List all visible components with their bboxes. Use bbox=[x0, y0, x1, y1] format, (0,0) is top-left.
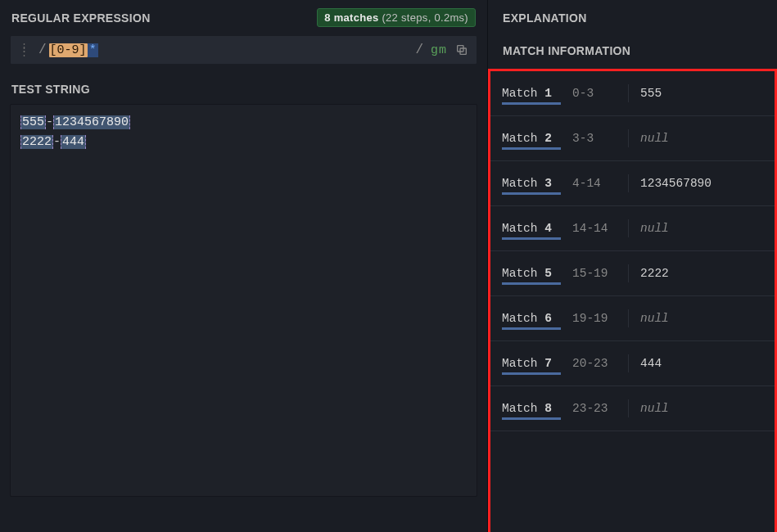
match-label: Match 6 bbox=[502, 312, 561, 325]
test-string-label: TEST STRING bbox=[11, 83, 90, 96]
right-panel: EXPLANATION MATCH INFORMATION Match 10-3… bbox=[487, 0, 777, 532]
regex-flags[interactable]: gm bbox=[431, 43, 447, 57]
match-row[interactable]: Match 23-3null bbox=[490, 116, 775, 161]
match-separator bbox=[628, 399, 629, 417]
match-range: 19-19 bbox=[572, 312, 617, 325]
match-value: null bbox=[640, 312, 669, 325]
match-range: 4-14 bbox=[572, 177, 617, 190]
match-separator bbox=[628, 219, 629, 237]
match-separator bbox=[628, 174, 629, 192]
regex-header-label: REGULAR EXPRESSION bbox=[11, 11, 151, 25]
match-range: 0-3 bbox=[572, 87, 617, 100]
match-value: 1234567890 bbox=[640, 177, 711, 190]
regex-close-delim: / bbox=[415, 43, 423, 57]
match-separator bbox=[628, 309, 629, 327]
match-range: 23-23 bbox=[572, 402, 617, 415]
regex-input-box[interactable]: ⋮⋮ / [0-9]* / gm bbox=[10, 35, 477, 65]
match-count-strong: 8 matches bbox=[324, 11, 378, 24]
match-separator bbox=[628, 264, 629, 282]
match-label: Match 8 bbox=[502, 402, 561, 415]
match-row[interactable]: Match 619-19null bbox=[490, 296, 775, 341]
test-line-2: 2222-444 bbox=[20, 133, 467, 152]
match-row[interactable]: Match 720-23444 bbox=[490, 341, 775, 386]
match-row[interactable]: Match 10-3555 bbox=[490, 71, 775, 116]
match-label: Match 7 bbox=[502, 357, 561, 370]
match-range: 14-14 bbox=[572, 222, 617, 235]
test-line-1: 555-1234567890 bbox=[20, 113, 467, 133]
match-label: Match 5 bbox=[502, 267, 561, 280]
match-highlight: 1234567890 bbox=[53, 115, 130, 129]
match-value: 555 bbox=[640, 87, 662, 100]
match-info-header: MATCH INFORMATION bbox=[488, 33, 777, 65]
explanation-header: EXPLANATION bbox=[488, 0, 777, 33]
match-label: Match 2 bbox=[502, 132, 561, 145]
match-value: null bbox=[640, 402, 669, 415]
match-highlight: 444 bbox=[61, 135, 86, 149]
match-range: 3-3 bbox=[572, 132, 617, 145]
regex-pattern[interactable]: [0-9]* bbox=[49, 43, 413, 57]
match-range: 20-23 bbox=[572, 357, 617, 370]
match-value: 444 bbox=[640, 357, 662, 370]
copy-icon[interactable] bbox=[455, 43, 468, 56]
match-count-detail: (22 steps, 0.2ms) bbox=[379, 11, 468, 24]
match-value: null bbox=[640, 132, 669, 145]
match-row[interactable]: Match 414-14null bbox=[490, 206, 775, 251]
match-label: Match 3 bbox=[502, 177, 561, 190]
regex-section-header: REGULAR EXPRESSION 8 matches (22 steps, … bbox=[0, 0, 487, 35]
regex-char-class: [0-9] bbox=[49, 43, 88, 57]
match-separator bbox=[628, 84, 629, 102]
match-range: 15-19 bbox=[572, 267, 617, 280]
match-highlight: 2222 bbox=[20, 135, 53, 149]
regex-quantifier: * bbox=[88, 43, 98, 57]
match-separator bbox=[628, 354, 629, 372]
match-label: Match 4 bbox=[502, 222, 561, 235]
match-separator bbox=[628, 129, 629, 147]
match-value: 2222 bbox=[640, 267, 669, 280]
test-text: - bbox=[46, 115, 53, 129]
match-value: null bbox=[640, 222, 669, 235]
left-panel: REGULAR EXPRESSION 8 matches (22 steps, … bbox=[0, 0, 487, 532]
drag-handle-icon[interactable]: ⋮⋮ bbox=[19, 47, 29, 53]
match-row[interactable]: Match 515-192222 bbox=[490, 251, 775, 296]
match-row[interactable]: Match 34-141234567890 bbox=[490, 161, 775, 206]
match-highlight: 555 bbox=[20, 115, 46, 129]
match-info-list: Match 10-3555Match 23-3nullMatch 34-1412… bbox=[488, 69, 777, 532]
test-text: - bbox=[53, 135, 61, 149]
test-string-header: TEST STRING bbox=[0, 74, 487, 104]
match-count-badge: 8 matches (22 steps, 0.2ms) bbox=[317, 8, 476, 27]
regex-open-delim: / bbox=[38, 43, 47, 57]
match-label: Match 1 bbox=[502, 87, 561, 100]
test-string-input[interactable]: 555-1234567890 2222-444 bbox=[10, 104, 477, 497]
match-row[interactable]: Match 823-23null bbox=[490, 386, 775, 431]
